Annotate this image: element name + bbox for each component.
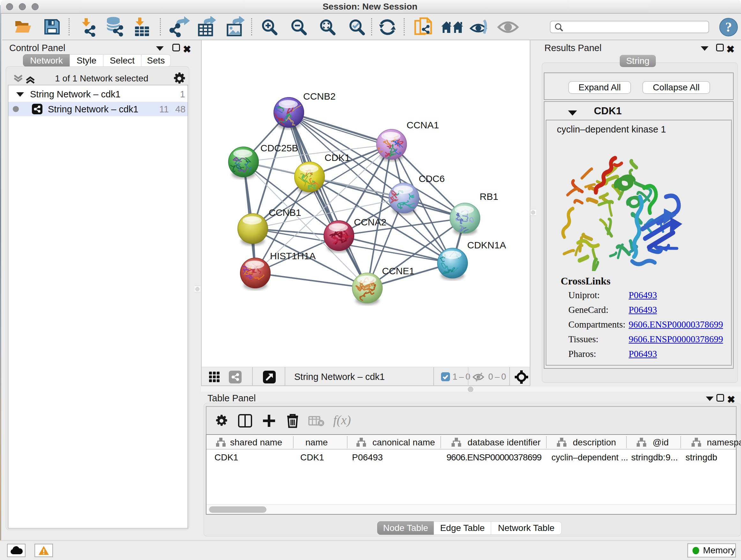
svg-text:CCNB2: CCNB2 [303,91,336,102]
svg-text:CDC25B: CDC25B [260,143,298,153]
svg-text:CDC6: CDC6 [419,173,445,184]
svg-text:CCNB1: CCNB1 [269,207,301,218]
svg-text:CDK1: CDK1 [325,152,350,163]
svg-text:CCNE1: CCNE1 [382,266,414,276]
svg-text:CCNA1: CCNA1 [407,120,439,130]
svg-text:RB1: RB1 [480,191,498,202]
svg-text:CCNA2: CCNA2 [354,217,387,227]
svg-text:CDKN1A: CDKN1A [467,240,506,250]
svg-text:HIST1H1A: HIST1H1A [270,251,316,261]
